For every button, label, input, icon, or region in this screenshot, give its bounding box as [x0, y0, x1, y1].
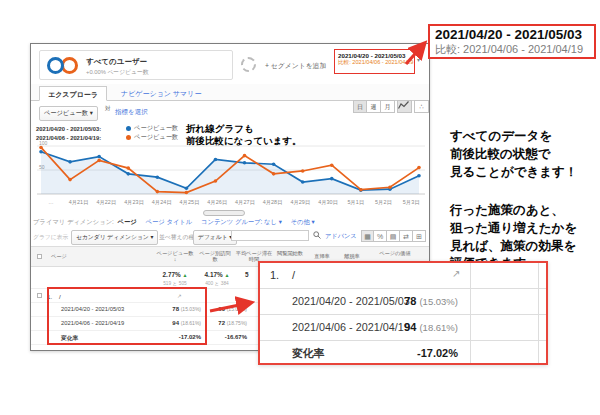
col-bounce-rate[interactable]: 直帰率 [309, 254, 335, 260]
dimension-page-title[interactable]: ページ タイトル [146, 218, 193, 225]
date-range-compare: 比較: 2021/04/06 - 2021/04/19 [338, 59, 411, 67]
x-axis-label: 4月21日 [65, 199, 93, 206]
callout-change-rate-label: 変化率 [292, 347, 324, 361]
note-line: 狙った通り増えたかを [450, 220, 600, 238]
unique-number: 60 [218, 306, 225, 312]
x-axis-label: … [37, 199, 65, 206]
segment-title: すべてのユーザー [86, 57, 147, 67]
granularity-week-button[interactable]: 週 [367, 100, 381, 113]
view-switcher: ▦ % ▤ ⇄ ⊞ [361, 230, 426, 242]
dimension-other[interactable]: その他 ▾ [291, 218, 315, 225]
x-axis-label: 4月27日 [231, 199, 259, 206]
advanced-link[interactable]: アドバンス [325, 232, 357, 241]
x-axis-label: 4月30日 [314, 199, 342, 206]
select-all-checkbox[interactable] [37, 254, 42, 259]
granularity-day-button[interactable]: 日 [353, 100, 367, 113]
summary-pageviews-totals: 519 と 505 [153, 280, 197, 286]
tab-navigation-summary[interactable]: ナビゲーション サマリー [121, 89, 201, 99]
pageviews-number: 78 [404, 295, 416, 307]
col-entrances[interactable]: 閲覧開始数 [275, 251, 305, 257]
chevron-down-icon: ▾ [90, 109, 93, 116]
callout-row-page: 1. / ↗ [260, 263, 546, 288]
col-unique-pageviews[interactable]: ページ別訪問数 [197, 251, 233, 263]
primary-dimension-label: プライマリ ディメンション: [33, 218, 114, 225]
x-axis-labels: …4月21日4月22日4月23日4月24日4月25日4月26日4月27日4月28… [37, 199, 425, 206]
row-page-link[interactable]: / [59, 293, 61, 300]
note-line: 見ることができます！ [450, 164, 600, 182]
legend-row-current: 2021/04/20 - 2021/05/03: ページビュー数 [36, 124, 178, 133]
primary-dimension-row: プライマリ ディメンション: ページ ページ タイトル コンテンツ グループ: … [33, 218, 429, 227]
sort-desc-icon: ↓ [174, 256, 177, 262]
unique-number: 72 [218, 320, 225, 326]
chart-scrollbar[interactable] [203, 210, 245, 216]
up-arrow-icon: ▲ [224, 272, 229, 278]
performance-view-icon[interactable]: ▤ [387, 230, 400, 242]
line-chart-icon[interactable] [397, 100, 412, 113]
summary-pageviews-delta: 2.77% [163, 271, 181, 278]
dimension-page[interactable]: ページ [118, 218, 137, 225]
comparison-view-icon[interactable]: ⇄ [400, 230, 413, 242]
segment-all-users[interactable]: すべてのユーザー +0.00% ページビュー数 [39, 50, 233, 80]
metric-dropdown[interactable]: ページビュー数 ▾ [39, 106, 98, 121]
callout-date-compare: 比較: 2021/04/06 - 2021/04/19 [435, 42, 589, 57]
callout-change-rate-value: -17.02% [417, 347, 458, 359]
x-axis-label: 5月2日 [370, 199, 398, 206]
legend-date-label: 2021/04/20 - 2021/05/03: [36, 126, 101, 132]
chevron-down-icon[interactable]: ▾ [417, 56, 420, 63]
data-view-icon[interactable]: ▦ [361, 230, 374, 242]
add-segment-circle-icon [241, 57, 256, 72]
add-segment-label: + セグメントを追加 [265, 61, 326, 71]
select-metric-link[interactable]: 指標を選択 [115, 108, 148, 117]
note-line: 行った施策のあと、 [450, 202, 600, 220]
tab-explorer[interactable]: エクスプローラ [39, 86, 107, 101]
motion-chart-icon[interactable]: ∴ [414, 100, 429, 113]
segment-subtitle: +0.00% ページビュー数 [86, 68, 149, 77]
dimension-content-group[interactable]: コンテンツ グループ: なし ▾ [201, 218, 282, 225]
row-period-label: 2021/04/06 - 2021/04/19 [61, 320, 124, 326]
row-checkbox[interactable] [37, 293, 42, 298]
pageviews-pct: (15.03%) [181, 306, 201, 312]
x-axis-label: 4月28日 [259, 199, 287, 206]
right-note-1: すべてのデータを 前後比較の状態で 見ることができます！ [450, 128, 600, 181]
segment-ring-blue-icon [47, 57, 64, 74]
date-range-primary: 2021/04/20 - 2021/05/03 [338, 52, 411, 59]
col-pageviews[interactable]: ページビュー数 ↓ [155, 251, 195, 263]
note-line: すべてのデータを [450, 128, 600, 146]
x-axis-label: 4月24日 [148, 199, 176, 206]
secondary-dimension-button[interactable]: セカンダリ ディメンション ▾ [71, 230, 158, 245]
callout-row-current: 2021/04/20 - 2021/05/03 78 (15.03%) [260, 288, 546, 314]
up-arrow-icon: ▲ [182, 272, 187, 278]
percentage-view-icon[interactable]: % [374, 230, 387, 242]
legend-dot-orange-icon [126, 135, 131, 140]
chart-note-line1: 折れ線グラフも [186, 123, 302, 135]
callout-period-label: 2021/04/20 - 2021/05/03 [292, 295, 410, 307]
summary-unique-totals: 400 と 384 [197, 280, 237, 286]
plot-rows-label: グラフに表示 [33, 233, 68, 242]
callout-date-primary: 2021/04/20 - 2021/05/03 [435, 27, 589, 42]
metric-dropdown-label: ページビュー数 [44, 109, 88, 116]
summary-unique: 4.17% ▲ [197, 271, 237, 278]
table-search-input[interactable] [231, 230, 309, 241]
pivot-view-icon[interactable]: ⊞ [413, 230, 426, 242]
external-link-icon[interactable]: ↗ [177, 293, 182, 299]
note-line: 前後比較の状態で [450, 146, 600, 164]
external-link-icon: ↗ [452, 268, 460, 279]
callout-row-page: / [292, 269, 295, 281]
table-zoom-callout: 1. / ↗ 2021/04/20 - 2021/05/03 78 (15.03… [258, 261, 548, 365]
legend-metric-label: ページビュー数 [134, 124, 178, 133]
date-range-selector[interactable]: 2021/04/20 - 2021/05/03 比較: 2021/04/06 -… [334, 49, 415, 74]
granularity-month-button[interactable]: 月 [381, 100, 395, 113]
granularity-buttons: 日 週 月 [353, 100, 395, 113]
callout-row-index: 1. [270, 269, 279, 281]
summary-unique-delta: 4.17% [205, 271, 223, 278]
col-exit-rate[interactable]: 離脱率 [339, 254, 365, 260]
search-icon[interactable] [313, 231, 321, 239]
row-period-label: 2021/04/20 - 2021/05/03 [61, 306, 124, 312]
x-axis-label: 4月29日 [286, 199, 314, 206]
pageviews-pct: (18.61%) [419, 322, 458, 333]
col-page-value[interactable]: ページの価値 [375, 251, 415, 257]
col-page[interactable]: ページ [51, 254, 67, 260]
trend-line-chart: 50100 [37, 141, 425, 198]
row-pageviews-value: 78 (15.03%) [172, 306, 201, 312]
callout-row-change-rate: 変化率 -17.02% [260, 340, 546, 366]
